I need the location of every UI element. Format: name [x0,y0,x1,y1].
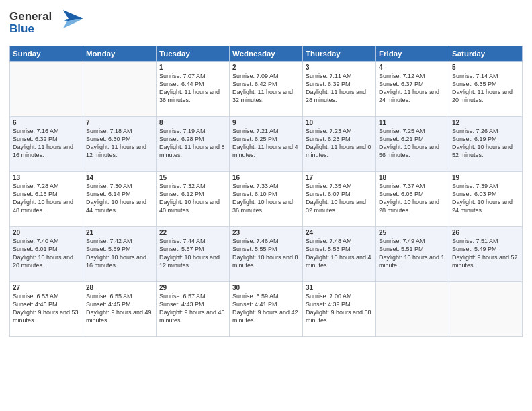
day-info: Sunrise: 7:16 AM Sunset: 6:32 PM Dayligh… [13,127,80,160]
day-number: 12 [452,119,519,126]
calendar-cell: 23Sunrise: 7:46 AM Sunset: 5:55 PM Dayli… [230,227,303,282]
day-info: Sunrise: 7:51 AM Sunset: 5:49 PM Dayligh… [452,237,519,270]
day-info: Sunrise: 7:37 AM Sunset: 6:05 PM Dayligh… [379,182,446,215]
calendar-week-1: 1Sunrise: 7:07 AM Sunset: 6:44 PM Daylig… [10,62,523,117]
day-info: Sunrise: 7:32 AM Sunset: 6:12 PM Dayligh… [159,182,226,215]
weekday-header-saturday: Saturday [449,46,523,62]
day-info: Sunrise: 7:23 AM Sunset: 6:23 PM Dayligh… [306,127,373,160]
day-number: 17 [306,174,373,181]
day-number: 23 [232,229,300,236]
calendar-cell: 22Sunrise: 7:44 AM Sunset: 5:57 PM Dayli… [157,227,230,282]
day-number: 22 [159,229,226,236]
calendar-cell: 31Sunrise: 7:00 AM Sunset: 4:39 PM Dayli… [303,282,376,337]
day-number: 30 [232,284,300,291]
calendar-cell: 30Sunrise: 6:59 AM Sunset: 4:41 PM Dayli… [230,282,303,337]
day-info: Sunrise: 7:46 AM Sunset: 5:55 PM Dayligh… [232,237,300,270]
day-number: 7 [86,119,153,126]
day-info: Sunrise: 7:21 AM Sunset: 6:25 PM Dayligh… [232,127,300,160]
day-info: Sunrise: 7:14 AM Sunset: 6:35 PM Dayligh… [452,72,519,105]
day-number: 18 [379,174,446,181]
day-number: 25 [379,229,446,236]
calendar-cell: 26Sunrise: 7:51 AM Sunset: 5:49 PM Dayli… [449,227,523,282]
calendar-cell: 27Sunrise: 6:53 AM Sunset: 4:46 PM Dayli… [10,282,83,337]
calendar-cell: 6Sunrise: 7:16 AM Sunset: 6:32 PM Daylig… [10,117,83,172]
logo-svg: General Blue [9,7,83,38]
day-info: Sunrise: 6:59 AM Sunset: 4:41 PM Dayligh… [232,292,300,325]
day-number: 6 [13,119,80,126]
day-number: 31 [306,284,373,291]
day-info: Sunrise: 7:30 AM Sunset: 6:14 PM Dayligh… [86,182,153,215]
day-info: Sunrise: 7:25 AM Sunset: 6:21 PM Dayligh… [379,127,446,160]
logo-text-block: General Blue [9,7,83,40]
day-number: 14 [86,174,153,181]
calendar-cell: 21Sunrise: 7:42 AM Sunset: 5:59 PM Dayli… [83,227,157,282]
calendar-cell: 16Sunrise: 7:33 AM Sunset: 6:10 PM Dayli… [230,172,303,227]
day-info: Sunrise: 7:28 AM Sunset: 6:16 PM Dayligh… [13,182,80,215]
day-info: Sunrise: 7:42 AM Sunset: 5:59 PM Dayligh… [86,237,153,270]
day-info: Sunrise: 6:53 AM Sunset: 4:46 PM Dayligh… [13,292,80,325]
day-info: Sunrise: 7:48 AM Sunset: 5:53 PM Dayligh… [306,237,373,270]
calendar-week-5: 27Sunrise: 6:53 AM Sunset: 4:46 PM Dayli… [10,282,523,337]
weekday-header-friday: Friday [376,46,449,62]
svg-text:Blue: Blue [9,22,34,35]
calendar-cell [10,62,83,117]
calendar-cell [376,282,449,337]
day-number: 16 [232,174,300,181]
calendar-cell: 11Sunrise: 7:25 AM Sunset: 6:21 PM Dayli… [376,117,449,172]
day-info: Sunrise: 7:12 AM Sunset: 6:37 PM Dayligh… [379,72,446,105]
calendar-cell: 19Sunrise: 7:39 AM Sunset: 6:03 PM Dayli… [449,172,523,227]
day-number: 28 [86,284,153,291]
day-number: 8 [159,119,226,126]
svg-text:General: General [9,10,52,23]
calendar-cell [449,282,523,337]
day-number: 20 [13,229,80,236]
day-number: 9 [232,119,300,126]
svg-marker-3 [63,19,83,28]
day-info: Sunrise: 7:11 AM Sunset: 6:39 PM Dayligh… [306,72,373,105]
calendar-cell: 24Sunrise: 7:48 AM Sunset: 5:53 PM Dayli… [303,227,376,282]
day-number: 29 [159,284,226,291]
calendar-cell: 7Sunrise: 7:18 AM Sunset: 6:30 PM Daylig… [83,117,157,172]
day-number: 15 [159,174,226,181]
day-info: Sunrise: 7:39 AM Sunset: 6:03 PM Dayligh… [452,182,519,215]
day-number: 10 [306,119,373,126]
calendar-cell: 1Sunrise: 7:07 AM Sunset: 6:44 PM Daylig… [157,62,230,117]
day-info: Sunrise: 6:57 AM Sunset: 4:43 PM Dayligh… [159,292,226,325]
calendar-week-3: 13Sunrise: 7:28 AM Sunset: 6:16 PM Dayli… [10,172,523,227]
weekday-header-sunday: Sunday [10,46,83,62]
weekday-header-thursday: Thursday [303,46,376,62]
calendar-cell: 9Sunrise: 7:21 AM Sunset: 6:25 PM Daylig… [230,117,303,172]
weekday-header-wednesday: Wednesday [230,46,303,62]
day-number: 24 [306,229,373,236]
calendar-week-2: 6Sunrise: 7:16 AM Sunset: 6:32 PM Daylig… [10,117,523,172]
weekday-header-monday: Monday [83,46,157,62]
weekday-header-row: SundayMondayTuesdayWednesdayThursdayFrid… [10,46,523,62]
calendar-cell: 12Sunrise: 7:26 AM Sunset: 6:19 PM Dayli… [449,117,523,172]
day-number: 13 [13,174,80,181]
day-info: Sunrise: 7:35 AM Sunset: 6:07 PM Dayligh… [306,182,373,215]
calendar-cell: 3Sunrise: 7:11 AM Sunset: 6:39 PM Daylig… [303,62,376,117]
day-number: 2 [232,64,300,71]
day-info: Sunrise: 7:00 AM Sunset: 4:39 PM Dayligh… [306,292,373,325]
day-number: 26 [452,229,519,236]
weekday-header-tuesday: Tuesday [157,46,230,62]
day-info: Sunrise: 7:40 AM Sunset: 6:01 PM Dayligh… [13,237,80,270]
logo: General Blue [9,7,83,40]
header: General Blue [9,7,523,40]
calendar-cell [83,62,157,117]
calendar-cell: 5Sunrise: 7:14 AM Sunset: 6:35 PM Daylig… [449,62,523,117]
calendar-cell: 8Sunrise: 7:19 AM Sunset: 6:28 PM Daylig… [157,117,230,172]
day-number: 5 [452,64,519,71]
calendar-cell: 10Sunrise: 7:23 AM Sunset: 6:23 PM Dayli… [303,117,376,172]
calendar-cell: 29Sunrise: 6:57 AM Sunset: 4:43 PM Dayli… [157,282,230,337]
day-info: Sunrise: 6:55 AM Sunset: 4:45 PM Dayligh… [86,292,153,325]
calendar-cell: 13Sunrise: 7:28 AM Sunset: 6:16 PM Dayli… [10,172,83,227]
calendar-cell: 4Sunrise: 7:12 AM Sunset: 6:37 PM Daylig… [376,62,449,117]
calendar-week-4: 20Sunrise: 7:40 AM Sunset: 6:01 PM Dayli… [10,227,523,282]
calendar-cell: 15Sunrise: 7:32 AM Sunset: 6:12 PM Dayli… [157,172,230,227]
day-info: Sunrise: 7:33 AM Sunset: 6:10 PM Dayligh… [232,182,300,215]
calendar-cell: 28Sunrise: 6:55 AM Sunset: 4:45 PM Dayli… [83,282,157,337]
day-number: 11 [379,119,446,126]
calendar-cell: 17Sunrise: 7:35 AM Sunset: 6:07 PM Dayli… [303,172,376,227]
calendar-cell: 20Sunrise: 7:40 AM Sunset: 6:01 PM Dayli… [10,227,83,282]
